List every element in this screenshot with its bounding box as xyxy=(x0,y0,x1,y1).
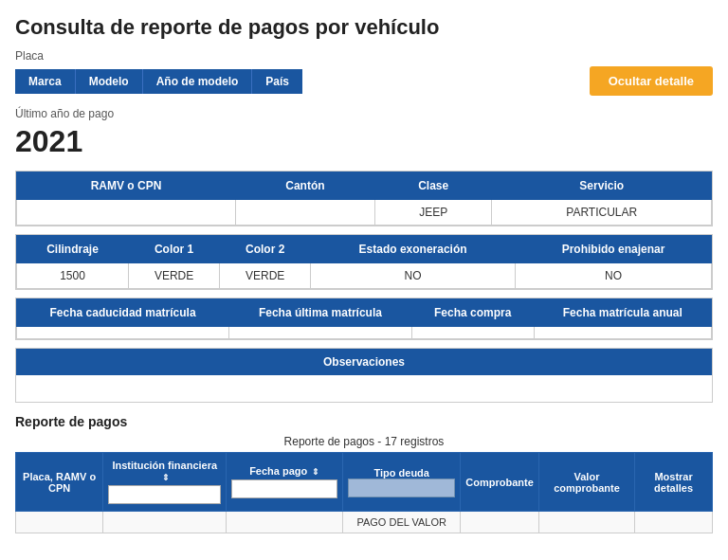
page-title: Consulta de reporte de pagos por vehícul… xyxy=(15,15,713,40)
cell-mostrar-detalles xyxy=(635,512,713,533)
th-fecha-pago: Fecha pago ⇕ xyxy=(227,453,343,512)
cell-valor-comprobante xyxy=(538,512,634,533)
th-tipo-deuda-label: Tipo deuda xyxy=(373,467,428,479)
th-tipo-deuda: Tipo deuda xyxy=(343,453,461,512)
col-marca: Marca xyxy=(15,69,76,94)
cell-fecha-compra xyxy=(411,327,534,339)
filter-fecha-pago-input[interactable] xyxy=(231,479,337,498)
cell-color2: VERDE xyxy=(220,263,311,289)
reporte-pagos-count: Reporte de pagos - 17 registros xyxy=(15,435,713,448)
th-fecha-anual: Fecha matrícula anual xyxy=(534,299,711,327)
th-institucion: Institución financiera ⇕ xyxy=(103,453,227,512)
observaciones-section: Observaciones xyxy=(15,348,713,403)
th-ramv: RAMV o CPN xyxy=(17,172,236,200)
col-pais: País xyxy=(252,69,302,94)
table-row: JEEP PARTICULAR xyxy=(17,200,712,226)
th-fecha-compra: Fecha compra xyxy=(411,299,534,327)
th-estado-exoneracion: Estado exoneración xyxy=(311,236,516,263)
cell-cilindraje: 1500 xyxy=(17,263,129,289)
observaciones-body xyxy=(16,375,712,402)
ocultar-detalle-button[interactable]: Ocultar detalle xyxy=(590,66,713,96)
cell-prohibido-enajenar: NO xyxy=(516,263,712,289)
table-row: 1500 VERDE VERDE NO NO xyxy=(17,263,712,289)
reporte-pagos-title: Reporte de pagos xyxy=(15,414,713,429)
th-cilindraje: Cilindraje xyxy=(17,236,129,263)
th-placa-ramv: Placa, RAMV o CPN xyxy=(16,453,103,512)
th-mostrar-detalles: Mostrar detalles xyxy=(635,453,713,512)
cell-fecha-caducidad xyxy=(17,327,229,339)
cell-clase: JEEP xyxy=(374,200,492,226)
th-servicio: Servicio xyxy=(492,172,712,200)
last-year-label: Último año de pago xyxy=(15,107,713,120)
cilindraje-table: Cilindraje Color 1 Color 2 Estado exoner… xyxy=(16,235,712,289)
ramv-table: RAMV o CPN Cantón Clase Servicio JEEP PA… xyxy=(16,172,712,226)
placa-label: Placa xyxy=(15,49,713,63)
th-comprobante: Comprobante xyxy=(461,453,539,512)
year-value: 2021 xyxy=(15,124,713,159)
cell-servicio: PARTICULAR xyxy=(492,200,712,226)
sort-institucion-icon[interactable]: ⇕ xyxy=(162,473,170,482)
th-prohibido-enajenar: Prohibido enajenar xyxy=(516,236,712,263)
col-modelo: Modelo xyxy=(76,69,143,94)
pagos-header-row: Placa, RAMV o CPN Institución financiera… xyxy=(16,453,713,512)
filter-tipo-deuda-input[interactable] xyxy=(348,479,455,497)
th-canton: Cantón xyxy=(235,172,374,200)
cell-institucion xyxy=(103,512,227,533)
cell-color1: VERDE xyxy=(129,263,220,289)
cell-fecha-anual xyxy=(534,327,711,339)
cell-canton xyxy=(235,200,374,226)
th-color2: Color 2 xyxy=(220,236,311,263)
vehicle-header-row: Marca Modelo Año de modelo País Ocultar … xyxy=(15,66,713,96)
th-fecha-pago-label: Fecha pago xyxy=(249,465,307,477)
fechas-table: Fecha caducidad matrícula Fecha última m… xyxy=(16,298,712,339)
sort-fecha-pago-icon[interactable]: ⇕ xyxy=(312,467,319,477)
observaciones-header: Observaciones xyxy=(16,349,712,375)
cell-tipo-deuda: PAGO DEL VALOR xyxy=(343,512,461,533)
th-fecha-caducidad: Fecha caducidad matrícula xyxy=(17,299,229,327)
th-fecha-ultima: Fecha última matrícula xyxy=(229,299,412,327)
th-institucion-label: Institución financiera xyxy=(112,460,217,471)
cell-fecha-ultima xyxy=(229,327,412,339)
vehicle-columns: Marca Modelo Año de modelo País xyxy=(15,69,302,94)
th-valor-comprobante: Valor comprobante xyxy=(538,453,634,512)
cell-fecha-pago xyxy=(227,512,343,533)
th-clase: Clase xyxy=(374,172,492,200)
cell-estado-exoneracion: NO xyxy=(311,263,516,289)
table-row: PAGO DEL VALOR xyxy=(16,512,713,533)
col-anio: Año de modelo xyxy=(143,69,253,94)
cell-placa xyxy=(16,512,103,533)
table-row xyxy=(17,327,712,339)
table-fechas: Fecha caducidad matrícula Fecha última m… xyxy=(15,298,713,340)
th-color1: Color 1 xyxy=(129,236,220,263)
cell-ramv xyxy=(17,200,236,226)
table-cilindraje: Cilindraje Color 1 Color 2 Estado exoner… xyxy=(15,234,713,290)
table-ramv: RAMV o CPN Cantón Clase Servicio JEEP PA… xyxy=(15,171,713,226)
pagos-table: Placa, RAMV o CPN Institución financiera… xyxy=(15,452,713,533)
filter-institucion-input[interactable] xyxy=(108,485,221,504)
cell-comprobante xyxy=(461,512,539,533)
